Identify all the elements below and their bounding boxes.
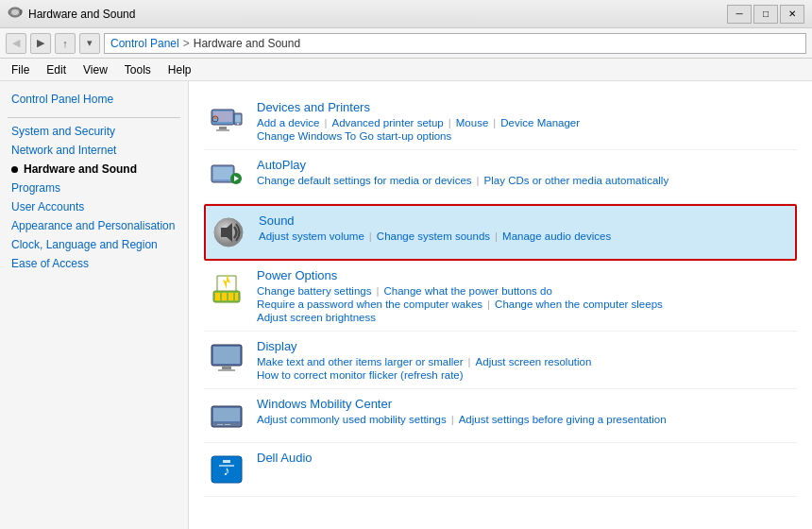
svg-point-8 — [237, 123, 239, 125]
autoplay-link-1[interactable]: Play CDs or other media automatically — [484, 175, 669, 186]
link-separator: | — [495, 230, 498, 242]
dell-title[interactable]: Dell Audio — [257, 451, 793, 465]
svg-point-1 — [11, 9, 19, 15]
sound-title[interactable]: Sound — [259, 213, 791, 228]
section-mobility: Windows Mobility CenterAdjust commonly u… — [204, 389, 797, 443]
power-links-row2: Require a password when the computer wak… — [257, 299, 793, 310]
sidebar-label: Ease of Access — [11, 257, 89, 270]
link-separator: | — [477, 175, 480, 186]
autoplay-icon — [208, 158, 245, 196]
forward-button[interactable]: ▶ — [30, 33, 51, 54]
menu-edit[interactable]: Edit — [39, 61, 74, 78]
svg-rect-32 — [225, 424, 230, 425]
autoplay-link-0[interactable]: Change default settings for media or dev… — [257, 175, 472, 186]
sidebar-home[interactable]: Control Panel Home — [0, 89, 188, 113]
devices-links-row1: Add a device | Advanced printer setup | … — [257, 117, 793, 128]
section-autoplay: AutoPlayChange default settings for medi… — [204, 150, 797, 204]
display-links-row2: How to correct monitor flicker (refresh … — [257, 369, 793, 381]
minimize-button[interactable]: ─ — [727, 5, 752, 24]
power-icon — [208, 268, 245, 306]
sidebar-item-programs[interactable]: Programs — [0, 179, 188, 197]
dell-content: Dell Audio — [257, 451, 793, 468]
power-link2-1[interactable]: Change when the computer sleeps — [495, 299, 663, 310]
power-title[interactable]: Power Options — [257, 268, 793, 282]
back-button[interactable]: ◀ — [6, 33, 26, 54]
window-icon — [8, 5, 23, 23]
mobility-link-1[interactable]: Adjust settings before giving a presenta… — [459, 414, 667, 425]
section-sound: SoundAdjust system volume | Change syste… — [204, 204, 797, 261]
link-separator: | — [468, 356, 471, 367]
menu-tools[interactable]: Tools — [117, 61, 159, 78]
menu-file[interactable]: File — [4, 61, 37, 78]
sidebar-label: Appearance and Personalisation — [11, 219, 175, 232]
devices-links-row2: Change Windows To Go start-up options — [257, 130, 793, 142]
menu-help[interactable]: Help — [161, 61, 199, 78]
path-current: Hardware and Sound — [194, 37, 300, 50]
sidebar-label: Programs — [11, 181, 60, 195]
mobility-icon — [208, 397, 245, 435]
link-separator: | — [487, 299, 490, 310]
sidebar-item-appearance-and-personalisation[interactable]: Appearance and Personalisation — [0, 216, 188, 235]
sidebar-label: Network and Internet — [11, 144, 116, 157]
sound-link-1[interactable]: Change system sounds — [377, 230, 490, 242]
up-button[interactable]: ↑ — [55, 33, 76, 54]
power-link-1[interactable]: Change what the power buttons do — [383, 285, 551, 297]
devices-link-0[interactable]: Add a device — [257, 117, 320, 128]
power-links-row1: Change battery settings | Change what th… — [257, 285, 793, 297]
sidebar-item-user-accounts[interactable]: User Accounts — [0, 197, 188, 216]
address-bar: ◀ ▶ ↑ ▾ Control Panel > Hardware and Sou… — [0, 28, 812, 59]
main-layout: Control Panel Home System and SecurityNe… — [0, 81, 812, 529]
devices-content: Devices and PrintersAdd a device | Advan… — [257, 100, 793, 142]
mobility-title[interactable]: Windows Mobility Center — [257, 397, 793, 411]
devices-link-3[interactable]: Device Manager — [500, 117, 580, 128]
svg-rect-22 — [235, 293, 238, 300]
power-link2-0[interactable]: Require a password when the computer wak… — [257, 299, 482, 310]
sound-link-2[interactable]: Manage audio devices — [502, 230, 611, 242]
sound-icon — [210, 213, 247, 251]
sound-link-0[interactable]: Adjust system volume — [259, 230, 364, 242]
svg-rect-19 — [215, 293, 220, 300]
recent-button[interactable]: ▾ — [79, 33, 100, 54]
link-separator: | — [325, 117, 328, 128]
svg-rect-35 — [223, 460, 230, 463]
menu-view[interactable]: View — [76, 61, 115, 78]
section-dell: ♪ Dell Audio — [204, 443, 797, 497]
sidebar-label: Hardware and Sound — [24, 162, 137, 176]
mobility-content: Windows Mobility CenterAdjust commonly u… — [257, 397, 793, 425]
path-control-panel[interactable]: Control Panel — [110, 37, 179, 50]
svg-rect-26 — [222, 367, 231, 369]
svg-rect-5 — [216, 129, 229, 131]
display-title[interactable]: Display — [257, 339, 793, 353]
close-button[interactable]: ✕ — [780, 5, 804, 24]
address-path: Control Panel > Hardware and Sound — [104, 33, 806, 54]
dell-icon: ♪ — [208, 451, 245, 488]
svg-rect-4 — [219, 127, 227, 129]
svg-rect-12 — [213, 167, 232, 179]
sidebar-item-ease-of-access[interactable]: Ease of Access — [0, 254, 188, 273]
devices-link-1[interactable]: Advanced printer setup — [332, 117, 444, 128]
display-icon — [208, 339, 245, 377]
devices-link2-0[interactable]: Change Windows To Go start-up options — [257, 130, 451, 142]
sidebar-item-network-and-internet[interactable]: Network and Internet — [0, 141, 188, 160]
link-separator: | — [493, 117, 496, 128]
autoplay-title[interactable]: AutoPlay — [257, 158, 793, 172]
power-link3-0[interactable]: Adjust screen brightness — [257, 312, 376, 323]
devices-title[interactable]: Devices and Printers — [257, 100, 793, 114]
sidebar-item-system-and-security[interactable]: System and Security — [0, 122, 188, 141]
display-link-1[interactable]: Adjust screen resolution — [476, 356, 592, 367]
maximize-button[interactable]: □ — [753, 5, 778, 24]
svg-rect-20 — [222, 293, 227, 300]
section-devices: Devices and PrintersAdd a device | Advan… — [204, 93, 797, 150]
sidebar-nav: System and SecurityNetwork and InternetH… — [0, 122, 188, 273]
sidebar-item-clock,-language-and-region[interactable]: Clock, Language and Region — [0, 235, 188, 254]
display-link-0[interactable]: Make text and other items larger or smal… — [257, 356, 464, 367]
display-links-row1: Make text and other items larger or smal… — [257, 356, 793, 367]
display-link2-0[interactable]: How to correct monitor flicker (refresh … — [257, 369, 464, 381]
devices-icon — [208, 100, 245, 138]
sidebar-label: Clock, Language and Region — [11, 238, 158, 251]
devices-link-2[interactable]: Mouse — [456, 117, 489, 128]
mobility-link-0[interactable]: Adjust commonly used mobility settings — [257, 414, 447, 425]
sidebar-item-hardware-and-sound[interactable]: Hardware and Sound — [0, 160, 188, 179]
sidebar: Control Panel Home System and SecurityNe… — [0, 81, 189, 529]
power-link-0[interactable]: Change battery settings — [257, 285, 371, 297]
